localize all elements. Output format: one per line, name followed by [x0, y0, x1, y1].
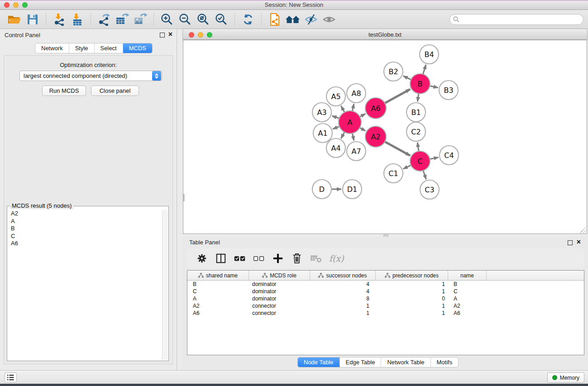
zoom-in-icon[interactable]: [159, 13, 175, 26]
table-settings-gear-icon[interactable]: [195, 252, 209, 265]
table-row[interactable]: A6connector11A6: [187, 310, 584, 317]
tab-network-table[interactable]: Network Table: [381, 357, 430, 367]
add-column-icon[interactable]: [271, 252, 285, 265]
network-from-file-icon[interactable]: [267, 13, 282, 26]
table-cell[interactable]: A2: [448, 302, 487, 310]
float-panel-icon[interactable]: [160, 33, 165, 38]
export-network-icon[interactable]: [96, 13, 112, 26]
select-all-checkboxes-icon[interactable]: [233, 252, 247, 265]
hide-panel-eye-icon[interactable]: [303, 13, 319, 26]
table-row[interactable]: Bdominator41B: [187, 281, 584, 288]
export-image-icon[interactable]: [133, 13, 148, 26]
graph-edge-A2-C[interactable]: [385, 142, 410, 156]
float-table-panel-icon[interactable]: [568, 240, 573, 245]
graph-edge-A-A5[interactable]: [341, 106, 344, 112]
result-list-item[interactable]: A: [8, 218, 162, 225]
table-cell[interactable]: 4: [310, 281, 376, 288]
table-cell[interactable]: 1: [310, 302, 376, 310]
column-header-predecessor-nodes[interactable]: predecessor nodes: [376, 271, 448, 280]
function-builder-icon[interactable]: f(x): [329, 253, 344, 263]
split-panel-icon[interactable]: [214, 252, 228, 265]
task-history-button[interactable]: [5, 372, 17, 382]
column-header-mcds-role[interactable]: MCDS role: [249, 271, 310, 280]
zoom-out-icon[interactable]: [177, 13, 193, 26]
result-list-item[interactable]: A6: [8, 240, 162, 248]
graph-edge-A-A4[interactable]: [341, 132, 344, 138]
export-table-icon[interactable]: [115, 13, 130, 26]
result-list-item[interactable]: A2: [8, 210, 162, 218]
table-cell[interactable]: 0: [376, 295, 448, 302]
close-panel-button[interactable]: Close panel: [91, 86, 139, 96]
table-cell[interactable]: connector: [249, 302, 310, 310]
import-table-icon[interactable]: [70, 13, 85, 26]
table-cell[interactable]: C: [187, 288, 249, 295]
graph-edge-A-A6[interactable]: [360, 114, 365, 117]
table-cell[interactable]: connector: [249, 310, 310, 317]
table-cell[interactable]: A2: [187, 302, 249, 310]
table-cell[interactable]: 1: [376, 288, 448, 295]
graph-edge-B-B4[interactable]: [423, 65, 425, 74]
memory-button[interactable]: Memory: [547, 372, 584, 383]
tab-motifs[interactable]: Motifs: [430, 357, 459, 367]
table-cell[interactable]: dominator: [249, 281, 310, 288]
close-panel-icon[interactable]: ×: [168, 30, 172, 39]
graph-edge-A-A3[interactable]: [332, 116, 339, 119]
column-header-name[interactable]: name: [448, 271, 487, 280]
close-table-panel-icon[interactable]: ×: [577, 238, 581, 247]
table-cell[interactable]: B: [448, 281, 487, 288]
table-cell[interactable]: A6: [187, 310, 249, 317]
delete-table-icon[interactable]: [309, 252, 323, 265]
result-list-item[interactable]: B: [8, 225, 162, 233]
network-window-titlebar[interactable]: testGlobe.txt: [182, 29, 588, 40]
graph-edge-C-C1[interactable]: [403, 165, 411, 169]
tab-mcds[interactable]: MCDS: [123, 43, 152, 53]
table-cell[interactable]: A: [448, 295, 487, 302]
table-cell[interactable]: 8: [310, 295, 376, 302]
table-cell[interactable]: A6: [448, 310, 487, 317]
table-cell[interactable]: 1: [376, 281, 448, 288]
table-cell[interactable]: dominator: [249, 288, 310, 295]
table-cell[interactable]: 4: [310, 288, 376, 295]
table-row[interactable]: Cdominator41C: [187, 288, 584, 295]
table-cell[interactable]: A: [187, 295, 249, 302]
resize-grip-icon[interactable]: [580, 227, 586, 233]
delete-column-trash-icon[interactable]: [290, 252, 304, 265]
zoom-selected-icon[interactable]: [214, 13, 229, 26]
graph-edge-A6-B[interactable]: [385, 89, 410, 103]
graph-edge-A-A8[interactable]: [352, 104, 354, 111]
tab-network[interactable]: Network: [35, 43, 69, 53]
graph-edge-C-C4[interactable]: [430, 157, 439, 159]
table-row[interactable]: Adominator80A: [187, 295, 584, 302]
graph-edge-C-C2[interactable]: [417, 143, 419, 151]
tab-node-table[interactable]: Node Table: [298, 357, 339, 367]
optimization-criterion-select[interactable]: largest connected component (directed): [19, 71, 162, 81]
zoom-fit-icon[interactable]: [196, 13, 211, 26]
table-cell[interactable]: dominator: [249, 295, 310, 302]
column-header-successor-nodes[interactable]: successor nodes: [310, 271, 376, 280]
home-icon[interactable]: [285, 13, 301, 26]
show-panel-eye-icon[interactable]: [321, 13, 337, 26]
result-list-item[interactable]: C: [8, 233, 162, 240]
table-cell[interactable]: 1: [310, 310, 376, 317]
run-mcds-button[interactable]: Run MCDS: [42, 86, 86, 96]
column-header-shared-name[interactable]: shared name: [187, 271, 249, 280]
open-file-icon[interactable]: [7, 13, 22, 26]
table-cell[interactable]: B: [187, 281, 249, 288]
graph-edge-B-B1[interactable]: [417, 94, 418, 101]
tab-style[interactable]: Style: [69, 43, 94, 53]
refresh-icon[interactable]: [240, 13, 256, 26]
graph-edge-B-B2[interactable]: [403, 76, 411, 80]
search-input[interactable]: [449, 14, 583, 25]
graph-edge-B-B3[interactable]: [430, 86, 438, 88]
result-list-scrollbar[interactable]: [162, 210, 168, 360]
network-canvas[interactable]: AA3A5A8A1A4A7A6A2BB2B4B3B1C2CC4C1C3DD1: [183, 40, 587, 234]
save-session-icon[interactable]: [25, 13, 40, 26]
graph-edge-A-A2[interactable]: [360, 128, 366, 131]
import-network-icon[interactable]: [52, 13, 67, 26]
deselect-all-checkboxes-icon[interactable]: [252, 252, 266, 265]
table-cell[interactable]: C: [448, 288, 487, 295]
graph-edge-A-A1[interactable]: [333, 126, 339, 129]
table-cell[interactable]: 1: [376, 310, 448, 317]
table-cell[interactable]: 1: [376, 302, 448, 310]
graph-edge-A-A7[interactable]: [352, 133, 354, 140]
